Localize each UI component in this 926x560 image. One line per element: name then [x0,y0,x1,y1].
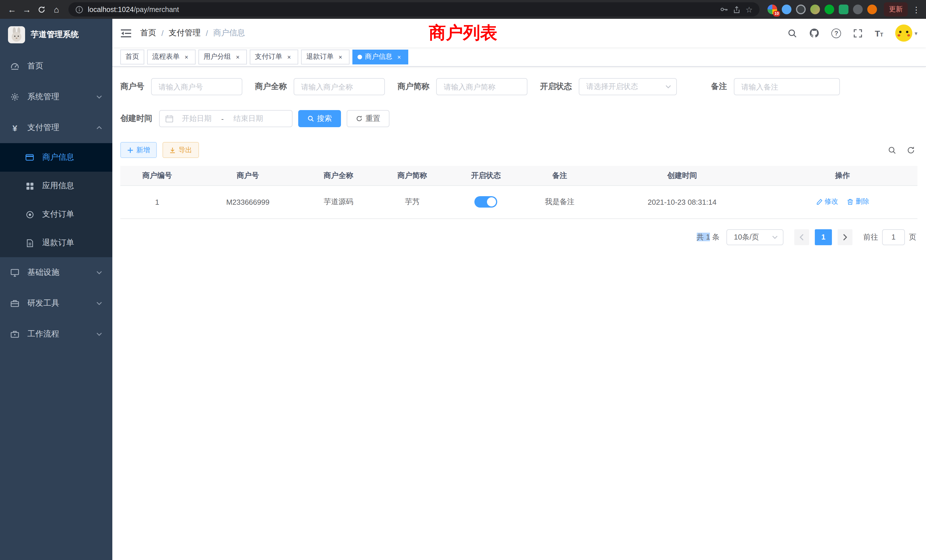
card-icon [25,153,34,162]
toggle-search-icon[interactable] [888,146,896,154]
refresh-icon[interactable] [906,146,915,154]
sidebar-item-label: 支付管理 [27,123,59,133]
extension-wheel-icon[interactable]: 10 [767,5,777,14]
github-icon[interactable] [809,28,820,38]
sidebar-item-refund-order[interactable]: 退款订单 [0,229,112,257]
sidebar-toggle-icon[interactable] [121,29,131,37]
bookmark-star-icon[interactable]: ☆ [746,5,753,14]
extension-orange-avatar-icon[interactable] [867,5,877,14]
tab-user-group[interactable]: 用户分组 × [198,49,247,64]
breadcrumb-payment[interactable]: 支付管理 [169,28,201,38]
goto-page-input[interactable] [882,229,905,245]
close-icon[interactable]: × [285,53,293,61]
remark-input[interactable] [734,78,840,95]
briefcase-icon [10,330,20,339]
extension-drop-icon[interactable] [782,5,791,14]
monitor-icon [10,268,20,277]
status-toggle[interactable] [474,196,497,207]
fullscreen-icon[interactable] [853,28,863,38]
tab-home[interactable]: 首页 [120,49,144,64]
page-number-button[interactable]: 1 [815,229,832,245]
sidebar-item-workflow[interactable]: 工作流程 [0,319,112,350]
user-menu[interactable]: ▾ [895,24,917,42]
cell-status [449,185,523,218]
date-range-picker[interactable]: 开始日期 - 结束日期 [159,110,292,127]
tab-refund-order[interactable]: 退款订单 × [301,49,350,64]
sidebar-logo[interactable]: 芋道管理系统 [0,19,112,51]
extension-notes-icon[interactable] [839,5,849,14]
extension-avatar-icon[interactable] [810,5,820,14]
col-merchant-id: 商户编号 [120,166,194,185]
chevron-down-icon [96,302,102,305]
browser-back-icon[interactable]: ← [5,2,20,17]
tab-pay-order[interactable]: 支付订单 × [250,49,298,64]
sidebar-menu: 首页 系统管理 ¥ 支付管理 [0,51,112,350]
edit-link[interactable]: 修改 [816,197,838,207]
add-button[interactable]: 新增 [120,142,157,158]
logo-rabbit-icon [8,26,25,43]
filter-create-time: 创建时间 开始日期 - 结束日期 [120,110,292,127]
close-icon[interactable]: × [395,53,403,61]
browser-menu-icon[interactable]: ⋮ [911,5,921,14]
address-bar[interactable]: localhost:1024/pay/merchant ☆ [68,2,760,17]
breadcrumb-separator: / [206,29,208,38]
site-info-icon[interactable] [75,5,83,14]
sidebar-item-system[interactable]: 系统管理 [0,82,112,112]
tab-merchant-info[interactable]: 商户信息 × [353,49,408,64]
range-separator: - [220,114,225,123]
page-size-select[interactable]: 10条/页 [726,229,784,245]
sidebar-item-merchant-info[interactable]: 商户信息 [0,143,112,172]
reset-button[interactable]: 重置 [346,110,389,127]
chevron-down-icon [96,333,102,336]
filter-row-1: 商户号 商户全称 商户简称 开启状态 请选择开启状态 [120,78,917,95]
cell-short-name: 芋艿 [375,185,449,218]
next-page-button[interactable] [838,229,852,245]
active-dot [357,54,362,59]
merchant-table: 商户编号 商户号 商户全称 商户简称 开启状态 备注 创建时间 操作 1 [120,166,917,219]
short-name-input[interactable] [436,78,527,95]
sidebar-item-app-info[interactable]: 应用信息 [0,172,112,200]
screen: ← → ⌂ localhost:1024/pay/merchant ☆ 10 [0,0,926,560]
filter-merchant-no: 商户号 [120,78,242,95]
delete-link[interactable]: 删除 [847,197,869,207]
header-search-icon[interactable] [788,28,797,38]
font-size-icon[interactable]: TT [875,29,883,37]
close-icon[interactable]: × [234,53,242,61]
calendar-icon [165,115,173,123]
full-name-input[interactable] [294,78,385,95]
sidebar-item-pay-order[interactable]: 支付订单 [0,200,112,229]
close-icon[interactable]: × [183,53,191,61]
help-icon[interactable]: ? [832,28,841,38]
url-text: localhost:1024/pay/merchant [88,5,179,14]
sidebar-item-infra[interactable]: 基础设施 [0,257,112,288]
status-select[interactable]: 请选择开启状态 [579,78,677,95]
close-icon[interactable]: × [336,53,344,61]
browser-home-icon[interactable]: ⌂ [49,2,64,17]
extension-ring-icon[interactable] [796,5,806,14]
sidebar-item-label: 工作流程 [27,329,59,339]
export-button[interactable]: 导出 [162,142,199,158]
tab-process-form[interactable]: 流程表单 × [147,49,195,64]
sidebar-item-payment[interactable]: ¥ 支付管理 [0,112,112,143]
breadcrumb-home[interactable]: 首页 [140,28,156,38]
end-date-placeholder: 结束日期 [227,114,269,124]
table-header-row: 商户编号 商户号 商户全称 商户简称 开启状态 备注 创建时间 操作 [120,166,917,185]
extension-dark-icon[interactable] [853,5,863,14]
password-key-icon[interactable] [720,5,728,14]
payment-submenu: 商户信息 应用信息 支付订单 [0,143,112,257]
caret-down-icon: ▾ [915,30,917,36]
merchant-no-input[interactable] [151,78,242,95]
share-icon[interactable] [733,5,741,14]
breadcrumb-current: 商户信息 [213,28,245,38]
sidebar-item-home[interactable]: 首页 [0,51,112,82]
browser-update-button[interactable]: 更新 [884,2,908,17]
search-button[interactable]: 搜索 [298,110,341,127]
prev-page-button[interactable] [794,229,809,245]
extension-green-circle-icon[interactable] [825,5,834,14]
browser-forward-icon[interactable]: → [20,2,34,17]
browser-toolbar: ← → ⌂ localhost:1024/pay/merchant ☆ 10 [0,0,926,19]
chevron-up-icon [96,126,102,129]
browser-extensions: 10 [764,5,881,14]
sidebar-item-devtools[interactable]: 研发工具 [0,288,112,319]
browser-reload-icon[interactable] [34,2,49,17]
